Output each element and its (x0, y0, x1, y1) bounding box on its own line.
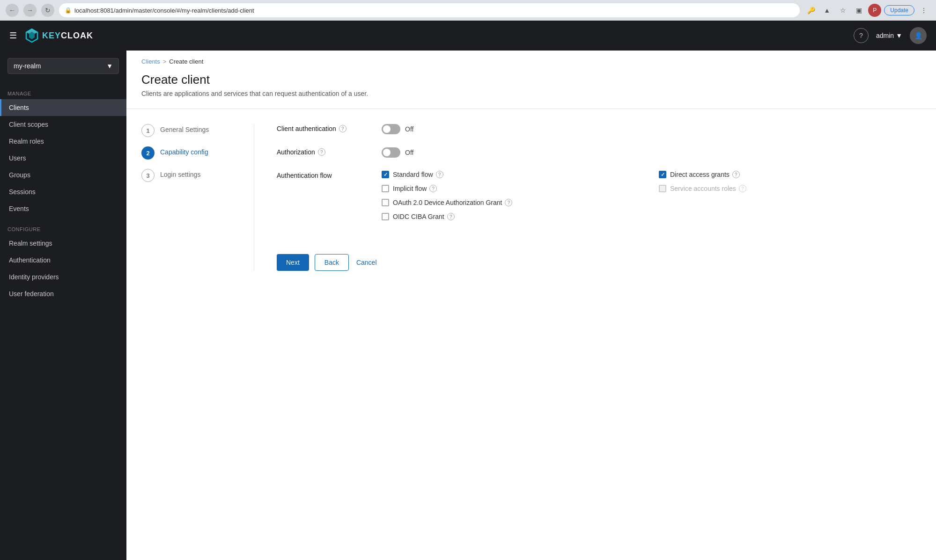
sidebar-item-client-scopes[interactable]: Client scopes (0, 116, 126, 133)
step-2-label[interactable]: Capability config (160, 146, 208, 156)
client-auth-toggle[interactable] (382, 124, 400, 134)
authorization-toggle-wrapper: Off (382, 147, 921, 158)
client-auth-help-icon[interactable]: ? (339, 125, 346, 132)
wizard-body: 1 General Settings 2 Capability config 3 (126, 109, 936, 286)
cancel-button[interactable]: Cancel (354, 255, 379, 270)
service-accounts-checkbox (659, 185, 666, 192)
checkbox-direct-access: Direct access grants ? (659, 171, 921, 178)
app: ☰ KEYCLOAK ? admin ▼ 👤 (0, 21, 936, 560)
client-auth-control: Off (382, 124, 921, 134)
step-2-circle: 2 (141, 146, 155, 160)
user-avatar[interactable]: 👤 (910, 27, 927, 44)
content-area: Clients > Create client Create client Cl… (126, 51, 936, 560)
browser-bar: ← → ↻ 🔒 localhost:8081/admin/master/cons… (0, 0, 936, 21)
sidebar-item-realm-roles[interactable]: Realm roles (0, 133, 126, 150)
back-nav-button[interactable]: ← (6, 4, 19, 17)
sidebar-item-user-federation[interactable]: User federation (0, 285, 126, 302)
main-area: my-realm ▼ Manage Clients Client scopes … (0, 51, 936, 560)
standard-flow-checkbox[interactable] (382, 171, 389, 178)
step-1-label[interactable]: General Settings (160, 124, 209, 133)
oauth-device-help-icon[interactable]: ? (505, 199, 512, 206)
keycloak-logo-icon (24, 28, 39, 43)
page-header: Create client Clients are applications a… (126, 65, 936, 109)
forward-nav-button[interactable]: → (23, 4, 37, 17)
service-accounts-help-icon: ? (739, 185, 746, 192)
sidebar-item-groups[interactable]: Groups (0, 167, 126, 183)
breadcrumb-current: Create client (169, 58, 203, 65)
admin-label: admin (876, 32, 894, 39)
back-button[interactable]: Back (315, 254, 349, 271)
checkboxes-grid: Standard flow ? Direct access grants (382, 171, 921, 220)
checkbox-oauth-device: OAuth 2.0 Device Authorization Grant ? (382, 199, 921, 206)
implicit-flow-label: Implicit flow ? (393, 185, 437, 192)
client-auth-toggle-wrapper: Off (382, 124, 921, 134)
client-auth-off-label: Off (405, 125, 413, 133)
help-button[interactable]: ? (854, 28, 869, 43)
url-bar[interactable]: 🔒 localhost:8081/admin/master/console/#/… (59, 3, 800, 17)
oidc-ciba-checkbox[interactable] (382, 213, 389, 220)
direct-access-help-icon[interactable]: ? (732, 171, 740, 178)
sidebar: my-realm ▼ Manage Clients Client scopes … (0, 51, 126, 560)
star-icon[interactable]: ☆ (836, 4, 849, 17)
authorization-row: Authorization ? Off (277, 147, 921, 158)
checkbox-oidc-ciba: OIDC CIBA Grant ? (382, 213, 921, 220)
step-1: 1 General Settings (141, 124, 239, 137)
logo-text: KEYCLOAK (42, 31, 93, 41)
nav-left: ☰ KEYCLOAK (9, 28, 93, 43)
menu-icon[interactable]: ⋮ (917, 4, 930, 17)
breadcrumb-separator: > (163, 58, 167, 65)
standard-flow-help-icon[interactable]: ? (436, 171, 443, 178)
admin-menu[interactable]: admin ▼ (876, 32, 902, 39)
realm-selector[interactable]: my-realm ▼ (7, 58, 119, 74)
hamburger-menu[interactable]: ☰ (9, 30, 17, 41)
form-panel: Client authentication ? Off (277, 124, 921, 271)
next-button[interactable]: Next (277, 254, 309, 271)
configure-section-label: Configure (0, 217, 126, 235)
oauth-device-checkbox[interactable] (382, 199, 389, 206)
service-accounts-label: Service accounts roles ? (670, 185, 746, 192)
sidebar-item-authentication[interactable]: Authentication (0, 252, 126, 269)
checkbox-standard-flow: Standard flow ? (382, 171, 644, 178)
sidebar-item-realm-settings[interactable]: Realm settings (0, 235, 126, 252)
browser-actions: 🔑 ▲ ☆ ▣ P Update ⋮ (804, 4, 930, 17)
manage-section-label: Manage (0, 81, 126, 99)
authorization-toggle[interactable] (382, 147, 400, 158)
implicit-flow-checkbox[interactable] (382, 185, 389, 192)
auth-flow-row: Authentication flow Standard flow ? (277, 171, 921, 220)
oauth-device-label: OAuth 2.0 Device Authorization Grant ? (393, 199, 512, 206)
profile-avatar[interactable]: P (868, 4, 881, 17)
sidebar-item-events[interactable]: Events (0, 200, 126, 217)
checkbox-service-accounts: Service accounts roles ? (659, 185, 921, 192)
page-title: Create client (141, 73, 921, 87)
action-row: Next Back Cancel (277, 243, 921, 271)
sidebar-item-clients[interactable]: Clients (0, 99, 126, 116)
oidc-ciba-help-icon[interactable]: ? (447, 213, 455, 220)
sidebar-item-users[interactable]: Users (0, 150, 126, 167)
key-icon[interactable]: 🔑 (804, 4, 818, 17)
sidebar-item-identity-providers[interactable]: Identity providers (0, 269, 126, 285)
auth-flow-label: Authentication flow (277, 171, 370, 179)
extensions-icon[interactable]: ▣ (852, 4, 865, 17)
step-1-circle: 1 (141, 124, 155, 137)
authorization-label: Authorization ? (277, 147, 370, 156)
authorization-help-icon[interactable]: ? (318, 148, 325, 156)
page-subtitle: Clients are applications and services th… (141, 90, 921, 97)
step-3-label[interactable]: Login settings (160, 169, 200, 178)
oidc-ciba-label: OIDC CIBA Grant ? (393, 213, 455, 220)
breadcrumb-parent[interactable]: Clients (141, 58, 160, 65)
steps-panel: 1 General Settings 2 Capability config 3 (141, 124, 254, 271)
checkbox-implicit-flow: Implicit flow ? (382, 185, 644, 192)
reload-button[interactable]: ↻ (41, 4, 54, 17)
share-icon[interactable]: ▲ (820, 4, 833, 17)
admin-dropdown-icon: ▼ (896, 32, 902, 39)
update-button[interactable]: Update (884, 5, 914, 15)
standard-flow-label: Standard flow ? (393, 171, 443, 178)
direct-access-checkbox[interactable] (659, 171, 666, 178)
sidebar-item-sessions[interactable]: Sessions (0, 183, 126, 200)
implicit-flow-help-icon[interactable]: ? (429, 185, 437, 192)
breadcrumb: Clients > Create client (126, 51, 936, 65)
nav-right: ? admin ▼ 👤 (854, 27, 927, 44)
authorization-off-label: Off (405, 149, 413, 156)
wizard-divider (254, 124, 254, 271)
auth-flow-checkboxes: Standard flow ? Direct access grants (382, 171, 921, 220)
